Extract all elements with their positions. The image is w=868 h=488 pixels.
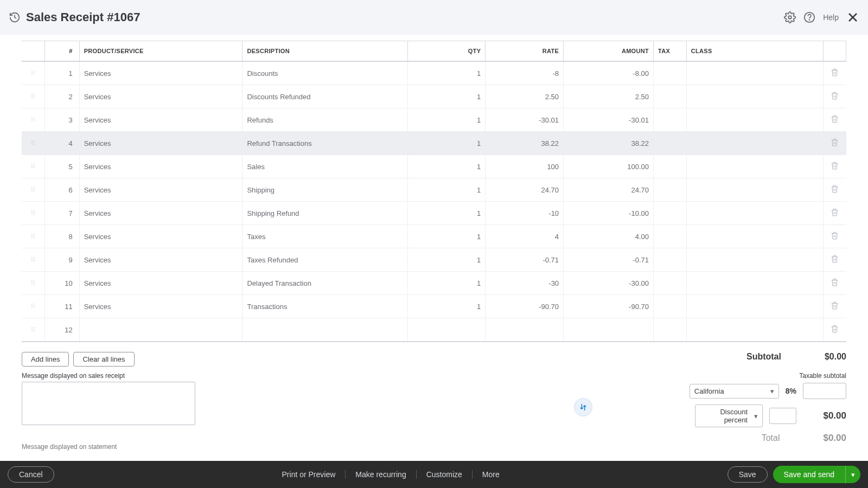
- drag-handle-icon[interactable]: [30, 209, 36, 217]
- row-product[interactable]: Services: [79, 202, 242, 225]
- row-class[interactable]: [686, 295, 823, 318]
- table-row[interactable]: 7ServicesShipping Refund1-10-10.00: [22, 202, 846, 225]
- row-tax[interactable]: [653, 108, 686, 132]
- row-description[interactable]: Taxes: [242, 225, 407, 248]
- table-row[interactable]: 1ServicesDiscounts1-8-8.00: [22, 61, 846, 85]
- table-row[interactable]: 8ServicesTaxes144.00: [22, 225, 846, 248]
- row-tax[interactable]: [653, 155, 686, 178]
- row-tax[interactable]: [653, 61, 686, 85]
- row-tax[interactable]: [653, 178, 686, 202]
- drag-handle-icon[interactable]: [30, 326, 36, 334]
- row-product[interactable]: Services: [79, 272, 242, 295]
- trash-icon[interactable]: [831, 93, 839, 101]
- row-description[interactable]: Sales: [242, 155, 407, 178]
- row-description[interactable]: Delayed Transaction: [242, 272, 407, 295]
- row-tax[interactable]: [653, 318, 686, 342]
- row-qty[interactable]: 1: [407, 178, 486, 202]
- row-description[interactable]: [242, 318, 407, 342]
- table-row[interactable]: 6ServicesShipping124.7024.70: [22, 178, 846, 202]
- drag-handle-icon[interactable]: [30, 139, 36, 147]
- row-rate[interactable]: 24.70: [486, 178, 564, 202]
- row-qty[interactable]: 1: [407, 248, 486, 272]
- row-amount[interactable]: -8.00: [564, 61, 654, 85]
- row-description[interactable]: Discounts: [242, 61, 407, 85]
- clear-all-lines-button[interactable]: Clear all lines: [73, 352, 134, 367]
- trash-icon[interactable]: [831, 233, 839, 241]
- row-rate[interactable]: -90.70: [486, 295, 564, 318]
- row-amount[interactable]: 2.50: [564, 85, 654, 108]
- receipt-message-input[interactable]: [22, 382, 195, 425]
- row-amount[interactable]: -0.71: [564, 248, 654, 272]
- row-product[interactable]: Services: [79, 132, 242, 155]
- table-row[interactable]: 9ServicesTaxes Refunded1-0.71-0.71: [22, 248, 846, 272]
- row-product[interactable]: Services: [79, 225, 242, 248]
- save-button[interactable]: Save: [727, 466, 768, 483]
- row-product[interactable]: Services: [79, 85, 242, 108]
- trash-icon[interactable]: [831, 210, 839, 218]
- row-description[interactable]: Discounts Refunded: [242, 85, 407, 108]
- row-product[interactable]: Services: [79, 61, 242, 85]
- row-rate[interactable]: 38.22: [486, 132, 564, 155]
- row-description[interactable]: Shipping Refund: [242, 202, 407, 225]
- drag-handle-icon[interactable]: [30, 116, 36, 124]
- table-row[interactable]: 4ServicesRefund Transactions138.2238.22: [22, 132, 846, 155]
- help-icon[interactable]: [803, 11, 815, 23]
- row-amount[interactable]: 4.00: [564, 225, 654, 248]
- row-tax[interactable]: [653, 132, 686, 155]
- row-description[interactable]: Transactions: [242, 295, 407, 318]
- trash-icon[interactable]: [831, 70, 839, 78]
- row-class[interactable]: [686, 155, 823, 178]
- discount-value-input[interactable]: [769, 408, 796, 424]
- row-amount[interactable]: -30.01: [564, 108, 654, 132]
- drag-handle-icon[interactable]: [30, 233, 36, 241]
- trash-icon[interactable]: [831, 256, 839, 265]
- row-rate[interactable]: -30.01: [486, 108, 564, 132]
- row-rate[interactable]: 4: [486, 225, 564, 248]
- row-tax[interactable]: [653, 248, 686, 272]
- row-amount[interactable]: 38.22: [564, 132, 654, 155]
- tax-jurisdiction-select[interactable]: California ▾: [690, 384, 779, 399]
- history-icon[interactable]: [9, 11, 21, 23]
- row-qty[interactable]: 1: [407, 61, 486, 85]
- row-qty[interactable]: [407, 318, 486, 342]
- row-product[interactable]: Services: [79, 295, 242, 318]
- row-tax[interactable]: [653, 202, 686, 225]
- trash-icon[interactable]: [831, 303, 839, 311]
- drag-handle-icon[interactable]: [30, 93, 36, 101]
- discount-type-select[interactable]: Discount percent ▾: [695, 404, 763, 427]
- row-amount[interactable]: -10.00: [564, 202, 654, 225]
- swap-discount-tax-button[interactable]: [574, 398, 592, 416]
- row-rate[interactable]: -10: [486, 202, 564, 225]
- row-amount[interactable]: [564, 318, 654, 342]
- tax-amount-input[interactable]: [803, 383, 846, 399]
- row-class[interactable]: [686, 248, 823, 272]
- row-tax[interactable]: [653, 295, 686, 318]
- row-class[interactable]: [686, 178, 823, 202]
- customize-link[interactable]: Customize: [417, 470, 473, 479]
- trash-icon[interactable]: [831, 326, 839, 335]
- table-row[interactable]: 2ServicesDiscounts Refunded12.502.50: [22, 85, 846, 108]
- print-preview-link[interactable]: Print or Preview: [272, 470, 346, 479]
- row-description[interactable]: Refunds: [242, 108, 407, 132]
- row-qty[interactable]: 1: [407, 272, 486, 295]
- save-and-send-button[interactable]: Save and send: [773, 466, 845, 483]
- row-class[interactable]: [686, 202, 823, 225]
- row-class[interactable]: [686, 61, 823, 85]
- add-lines-button[interactable]: Add lines: [22, 352, 69, 367]
- row-amount[interactable]: -30.00: [564, 272, 654, 295]
- row-amount[interactable]: 24.70: [564, 178, 654, 202]
- row-class[interactable]: [686, 318, 823, 342]
- row-tax[interactable]: [653, 225, 686, 248]
- row-rate[interactable]: -8: [486, 61, 564, 85]
- row-qty[interactable]: 1: [407, 85, 486, 108]
- table-row[interactable]: 11ServicesTransactions1-90.70-90.70: [22, 295, 846, 318]
- trash-icon[interactable]: [831, 140, 839, 148]
- row-product[interactable]: Services: [79, 108, 242, 132]
- help-link[interactable]: Help: [823, 13, 839, 22]
- table-row[interactable]: 12: [22, 318, 846, 342]
- row-amount[interactable]: 100.00: [564, 155, 654, 178]
- row-rate[interactable]: 100: [486, 155, 564, 178]
- row-description[interactable]: Taxes Refunded: [242, 248, 407, 272]
- more-link[interactable]: More: [473, 470, 509, 479]
- drag-handle-icon[interactable]: [30, 163, 36, 171]
